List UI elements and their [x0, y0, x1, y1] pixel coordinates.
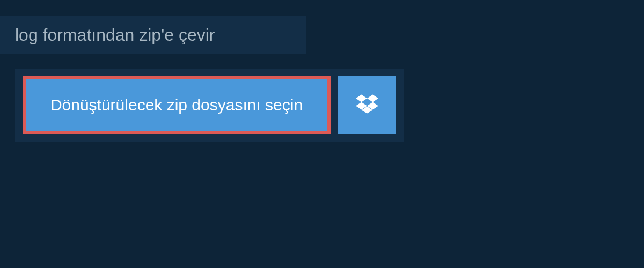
dropbox-icon [356, 93, 378, 117]
header-bar: log formatından zip'e çevir [0, 16, 306, 54]
dropbox-button[interactable] [338, 76, 396, 134]
upload-panel: Dönüştürülecek zip dosyasını seçin [15, 69, 404, 142]
page-title: log formatından zip'e çevir [15, 25, 215, 45]
select-file-label: Dönüştürülecek zip dosyasını seçin [50, 96, 303, 114]
select-file-button[interactable]: Dönüştürülecek zip dosyasını seçin [23, 76, 331, 134]
